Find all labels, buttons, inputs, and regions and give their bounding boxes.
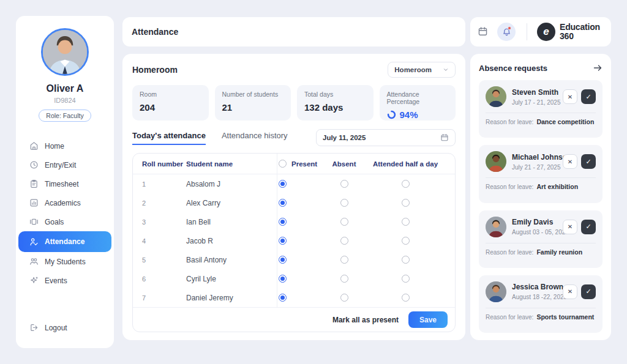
student-name: Alex Carry: [186, 199, 277, 207]
sidebar-item-attendance[interactable]: Attendance: [18, 231, 111, 252]
approve-request-button[interactable]: ✓: [581, 154, 596, 169]
half-day-radio[interactable]: [402, 218, 410, 226]
select-all-present-radio[interactable]: [279, 160, 287, 168]
approve-request-button[interactable]: ✓: [581, 89, 596, 104]
absent-radio[interactable]: [340, 180, 348, 188]
sidebar-item-label: Attendance: [45, 237, 84, 246]
sidebar: Oliver A ID9824 Role: Faculty Home Entry…: [16, 16, 114, 348]
half-day-radio[interactable]: [402, 180, 410, 188]
sidebar-item-my-students[interactable]: My Students: [18, 252, 111, 271]
avatar: [486, 151, 506, 172]
student-name: Daniel Jeremy: [186, 294, 277, 302]
arrow-right-icon[interactable]: [593, 63, 603, 73]
request-student-name: Michael Johnson: [512, 153, 563, 162]
request-dates: July 21 - 27, 2025: [512, 164, 563, 171]
student-name: Basil Antony: [186, 256, 277, 264]
request-dates: August 18 -22, 2025: [512, 294, 563, 300]
attendance-icon: [29, 237, 39, 247]
logout-button[interactable]: Logout: [18, 318, 111, 337]
reject-request-button[interactable]: ✕: [563, 154, 577, 169]
approve-request-button[interactable]: ✓: [581, 220, 596, 234]
sidebar-item-home[interactable]: Home: [18, 136, 111, 155]
table-row: 5 Basil Antony: [133, 250, 455, 269]
reject-request-button[interactable]: ✕: [563, 89, 577, 104]
stat-attendance-pct: Attendance Percentage 94%: [380, 85, 456, 121]
half-day-radio[interactable]: [402, 275, 410, 283]
homeroom-dropdown[interactable]: Homeroom: [388, 62, 456, 78]
sidebar-nav: Home Entry/Exit Timesheet Academics Goal…: [16, 136, 114, 290]
notifications-button[interactable]: [497, 23, 516, 41]
present-radio[interactable]: [279, 237, 287, 245]
reason-value: Dance competition: [536, 118, 594, 125]
attendance-table: Roll number Student name Present Absent …: [132, 153, 456, 332]
request-divider: [486, 113, 596, 113]
sidebar-item-entry-exit[interactable]: Entry/Exit: [18, 155, 111, 174]
roll-number: 4: [142, 237, 186, 245]
clock-icon: [29, 160, 39, 169]
homeroom-title: Homeroom: [132, 65, 178, 75]
half-day-radio[interactable]: [402, 256, 410, 264]
absent-radio[interactable]: [340, 256, 348, 264]
sidebar-item-academics[interactable]: Academics: [18, 193, 111, 212]
absent-radio[interactable]: [340, 275, 348, 283]
sidebar-item-events[interactable]: Events: [18, 271, 111, 290]
table-footer: Mark all as present Save: [133, 307, 455, 332]
mark-all-present-button[interactable]: Mark all as present: [332, 316, 399, 324]
absence-request-card: Steven Smith July 17 - 21, 2025 ✕ ✓ Reas…: [479, 80, 603, 138]
absence-request-list: Steven Smith July 17 - 21, 2025 ✕ ✓ Reas…: [479, 80, 603, 333]
absent-radio[interactable]: [340, 218, 348, 226]
present-radio[interactable]: [279, 218, 287, 226]
home-icon: [29, 141, 39, 150]
tab-todays-attendance[interactable]: Today's attendance: [132, 131, 206, 145]
present-radio[interactable]: [279, 256, 287, 264]
page-header: Attendance: [122, 17, 465, 46]
save-button[interactable]: Save: [408, 311, 448, 328]
brand-text: Education 360: [560, 23, 600, 41]
tab-attendance-history[interactable]: Attendance history: [222, 131, 288, 145]
request-divider: [486, 177, 596, 178]
reason-label: Reason for leave:: [486, 249, 533, 256]
half-day-radio[interactable]: [402, 294, 410, 302]
absence-request-card: Emily Davis August 03 - 05, 2025 ✕ ✓ Rea…: [479, 210, 603, 268]
present-radio[interactable]: [279, 275, 287, 283]
present-radio[interactable]: [279, 294, 287, 302]
sidebar-item-label: Home: [45, 142, 64, 150]
absence-request-card: Jessica Brown August 18 -22, 2025 ✕ ✓ Re…: [479, 275, 603, 333]
avatar: [486, 86, 506, 107]
date-picker[interactable]: July 11, 2025: [316, 129, 456, 146]
chevron-down-icon: [443, 67, 449, 73]
attendance-percentage-value: 94%: [400, 110, 418, 120]
main-content: Homeroom Homeroom Room 204 Number of stu…: [122, 54, 465, 340]
profile-avatar: [41, 28, 89, 76]
table-row: 7 Daniel Jeremy: [133, 288, 455, 307]
date-picker-value: July 11, 2025: [323, 134, 366, 141]
approve-request-button[interactable]: ✓: [581, 284, 596, 299]
absent-radio[interactable]: [340, 294, 348, 302]
stat-room: Room 204: [132, 85, 209, 121]
sidebar-item-label: Goals: [45, 218, 64, 226]
reject-request-button[interactable]: ✕: [563, 284, 577, 299]
reject-request-button[interactable]: ✕: [563, 220, 577, 234]
sidebar-item-goals[interactable]: Goals: [18, 212, 111, 231]
table-row: 6 Cyril Lyle: [133, 269, 455, 288]
absent-radio[interactable]: [340, 237, 348, 245]
present-radio[interactable]: [279, 199, 287, 207]
absent-radio[interactable]: [340, 199, 348, 207]
student-name: Jacob R: [186, 237, 277, 245]
table-row: 4 Jacob R: [133, 231, 455, 250]
half-day-radio[interactable]: [402, 199, 410, 207]
half-day-radio[interactable]: [402, 237, 410, 245]
logout-label: Logout: [45, 324, 67, 332]
table-header-row: Roll number Student name Present Absent …: [133, 154, 455, 174]
reason-value: Sports tournament: [536, 313, 594, 321]
table-rows: 1 Absalom J 2 Alex Carry 3 Ian Bell 4 Ja…: [133, 174, 455, 307]
request-divider: [486, 308, 596, 308]
present-radio[interactable]: [279, 180, 287, 188]
sidebar-item-timesheet[interactable]: Timesheet: [18, 174, 111, 193]
reason-label: Reason for leave:: [486, 314, 533, 321]
request-student-name: Jessica Brown: [512, 283, 563, 291]
sidebar-item-label: Academics: [45, 199, 81, 207]
calendar-icon[interactable]: [478, 26, 489, 37]
request-student-name: Emily Davis: [512, 218, 563, 226]
progress-arc-icon: [387, 110, 396, 119]
